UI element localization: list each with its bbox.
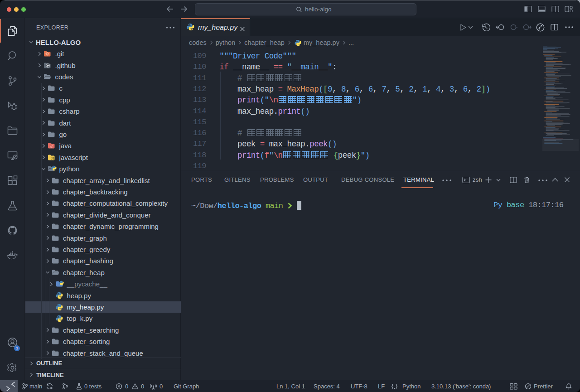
svg-text:JS: JS: [51, 156, 55, 160]
